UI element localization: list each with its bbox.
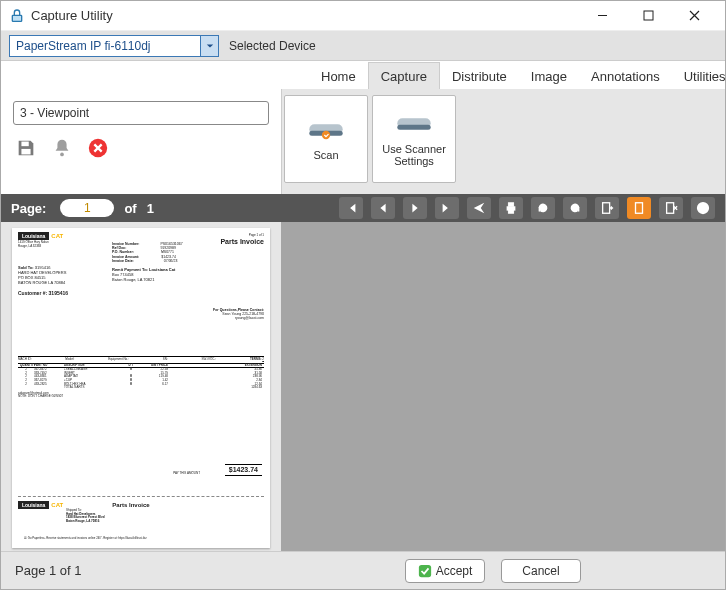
use-scanner-settings-button[interactable]: Use Scanner Settings <box>372 95 456 183</box>
doc-meta: Invoice Number: PS016531067 Ref Doc: 919… <box>112 242 183 263</box>
first-page-button[interactable] <box>339 197 363 219</box>
accept-button[interactable]: Accept <box>405 559 485 583</box>
page-active-button[interactable] <box>627 197 651 219</box>
status-text: Page 1 of 1 <box>15 563 275 578</box>
tabs: Home Capture Distribute Image Annotation… <box>1 61 725 89</box>
viewpoint-field[interactable]: 3 - Viewpoint <box>13 101 269 125</box>
page-toolbar: Page: of 1 <box>1 194 725 222</box>
svg-rect-14 <box>603 203 610 214</box>
doc-title: Parts Invoice <box>220 238 264 246</box>
doc-brand2: CAT <box>51 233 63 239</box>
window-title: Capture Utility <box>31 8 579 23</box>
tab-annotations[interactable]: Annotations <box>579 63 672 89</box>
of-label: of <box>124 201 136 216</box>
page-delete-button[interactable] <box>659 197 683 219</box>
send-button[interactable] <box>467 197 491 219</box>
doc-brand: Louisiana <box>18 232 49 240</box>
page-label: Page: <box>11 201 46 216</box>
use-scanner-label: Use Scanner Settings <box>377 143 451 167</box>
doc-paythis-label: PAY THIS AMOUNT <box>173 472 200 476</box>
chevron-down-icon[interactable] <box>200 36 218 56</box>
lock-icon <box>9 8 25 24</box>
tab-utilities[interactable]: Utilities <box>672 63 726 89</box>
svg-rect-16 <box>667 203 674 214</box>
svg-point-4 <box>60 153 64 157</box>
rotate-cw-button[interactable] <box>563 197 587 219</box>
bell-icon[interactable] <box>49 135 75 161</box>
ribbon-capture: Scan Use Scanner Settings <box>281 89 725 194</box>
print-button[interactable] <box>499 197 523 219</box>
svg-rect-13 <box>508 210 513 214</box>
page-total: 1 <box>147 201 154 216</box>
svg-rect-18 <box>419 564 431 576</box>
titlebar: Capture Utility <box>1 1 725 31</box>
preview-area: LouisianaCAT 1419 Office Hwy NolanRouge,… <box>1 222 725 551</box>
window-controls <box>579 1 717 31</box>
device-selected-text: PaperStream IP fi-6110dj <box>10 39 200 53</box>
svg-rect-10 <box>397 125 430 130</box>
close-button[interactable] <box>671 1 717 31</box>
bottom-bar: Page 1 of 1 Accept Cancel <box>1 551 725 589</box>
scan-label: Scan <box>313 149 338 161</box>
preview-canvas[interactable] <box>281 222 725 551</box>
svg-point-8 <box>322 131 330 139</box>
doc-table-header: MACH ID:Model:Equipment No.:SN:SW./VOC.:… <box>18 356 264 364</box>
tab-image[interactable]: Image <box>519 63 579 89</box>
device-select[interactable]: PaperStream IP fi-6110dj <box>9 35 219 57</box>
page-input[interactable] <box>60 199 114 217</box>
rotate-ccw-button[interactable] <box>531 197 555 219</box>
expand-button[interactable] <box>691 197 715 219</box>
doc-table-row: TOTAL GARTS1284.63 <box>18 386 264 390</box>
thumbnail-pane[interactable]: LouisianaCAT 1419 Office Hwy NolanRouge,… <box>1 222 281 551</box>
doc-total: $1423.74 <box>225 464 262 476</box>
scan-button[interactable]: Scan <box>284 95 368 183</box>
svg-rect-0 <box>12 15 21 21</box>
tab-capture[interactable]: Capture <box>368 62 440 89</box>
minimize-button[interactable] <box>579 1 625 31</box>
maximize-button[interactable] <box>625 1 671 31</box>
prev-page-button[interactable] <box>371 197 395 219</box>
page-add-button[interactable] <box>595 197 619 219</box>
doc-remit: Remit Payment To: Louisiana Cat Box 7744… <box>112 268 175 282</box>
cancel-button[interactable]: Cancel <box>501 559 581 583</box>
accept-label: Accept <box>436 564 473 578</box>
work-row: 3 - Viewpoint Scan Use Scanner Settings <box>1 89 725 194</box>
last-page-button[interactable] <box>435 197 459 219</box>
svg-rect-15 <box>636 203 643 214</box>
doc-stub: LouisianaCAT Parts Invoice Shipped To: H… <box>18 496 264 542</box>
viewpoint-panel: 3 - Viewpoint <box>1 89 281 194</box>
tab-home[interactable]: Home <box>309 63 368 89</box>
save-icon[interactable] <box>13 135 39 161</box>
device-bar: PaperStream IP fi-6110dj Selected Device <box>1 31 725 61</box>
selected-device-label: Selected Device <box>229 39 316 53</box>
svg-rect-2 <box>21 142 28 147</box>
tab-distribute[interactable]: Distribute <box>440 63 519 89</box>
next-page-button[interactable] <box>403 197 427 219</box>
document-thumbnail[interactable]: LouisianaCAT 1419 Office Hwy NolanRouge,… <box>12 228 270 548</box>
cancel-icon[interactable] <box>85 135 111 161</box>
svg-rect-1 <box>644 11 653 20</box>
svg-rect-3 <box>21 149 30 155</box>
doc-questions: For Questions,Please Contact: Sean Young… <box>213 308 264 321</box>
cancel-label: Cancel <box>522 564 559 578</box>
svg-rect-12 <box>508 203 513 207</box>
